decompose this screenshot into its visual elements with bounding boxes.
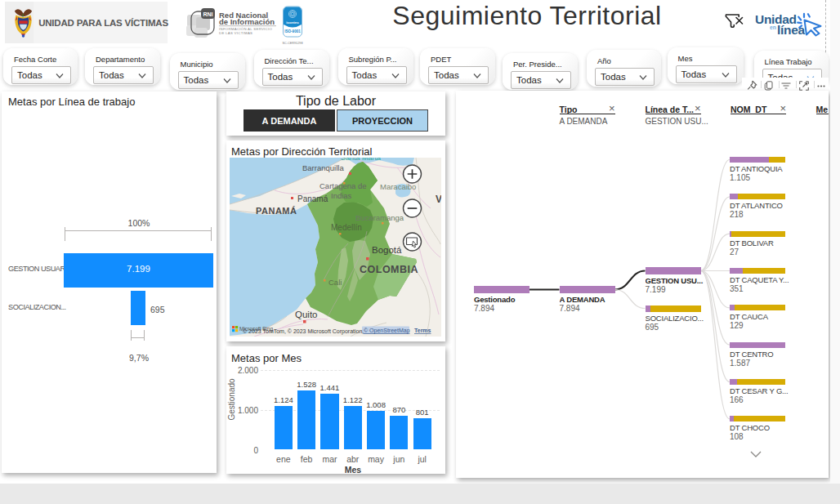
- svg-text:Santa Marta: Santa Marta: [341, 158, 381, 162]
- svg-text:línea: línea: [777, 23, 806, 37]
- svg-text:ISO-9001: ISO-9001: [284, 29, 301, 33]
- svg-text:Bucaramanga: Bucaramanga: [355, 213, 404, 222]
- svg-text:© 2023 TomTom, © 2023 Microsof: © 2023 TomTom, © 2023 Microsoft Corporat…: [243, 328, 364, 335]
- svg-text:Panamá: Panamá: [297, 194, 328, 203]
- svg-text:Indias: Indias: [331, 191, 352, 200]
- svg-text:PANAMÁ: PANAMÁ: [256, 206, 297, 216]
- svg-text:Bogotá: Bogotá: [372, 245, 402, 255]
- svg-text:en: en: [770, 25, 776, 30]
- svg-text:DE LAS VÍCTIMAS: DE LAS VÍCTIMAS: [219, 31, 252, 35]
- svg-text:icontec: icontec: [286, 20, 299, 25]
- svg-text:Cartagena de: Cartagena de: [319, 181, 367, 190]
- svg-text:SC-CER91298: SC-CER91298: [282, 42, 302, 45]
- svg-text:RNI: RNI: [203, 11, 212, 17]
- svg-text:Terms: Terms: [414, 328, 431, 333]
- svg-text:Medellín: Medellín: [331, 223, 362, 232]
- svg-text:COLOMBIA: COLOMBIA: [360, 264, 418, 275]
- svg-text:Quito: Quito: [295, 310, 318, 319]
- svg-text:Maracaibo: Maracaibo: [380, 182, 416, 191]
- svg-text:V: V: [436, 194, 441, 205]
- svg-text:© OpenStreetMap: © OpenStreetMap: [364, 328, 410, 334]
- svg-text:de Información: de Información: [219, 17, 275, 26]
- svg-text:Cali: Cali: [328, 278, 342, 287]
- svg-text:Barranquilla: Barranquilla: [302, 163, 344, 172]
